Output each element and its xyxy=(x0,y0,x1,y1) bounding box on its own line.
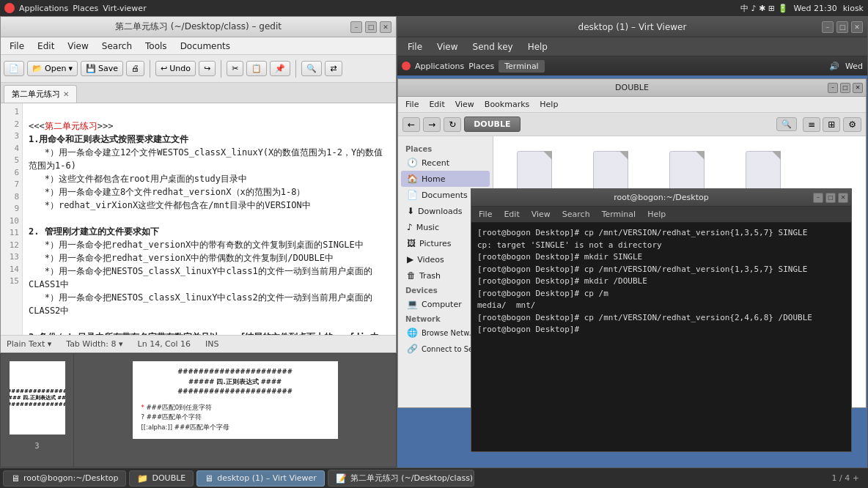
fm-titlebar: DOUBLE – □ ✕ xyxy=(398,79,866,97)
minimize-button[interactable]: – xyxy=(350,21,362,33)
system-bar: Applications Places Virt-viewer 中 ♪ ✱ ⊞ … xyxy=(0,0,868,16)
file-icon-redhat4 xyxy=(593,151,628,192)
term-close-button[interactable]: ✕ xyxy=(838,193,848,203)
fm-close-button[interactable]: ✕ xyxy=(853,83,863,93)
taskbar-terminal-icon: 🖥 xyxy=(11,473,20,484)
term-edit-menu[interactable]: Edit xyxy=(499,208,523,221)
virt-minimize-button[interactable]: – xyxy=(822,21,834,33)
virt-content: Applications Places Terminal 🔊 Wed DOUBL… xyxy=(397,56,867,468)
pdf-thumbnail-sidebar: ########################### 四.正则表达式 ####… xyxy=(1,354,74,467)
language-mode[interactable]: Plain Text ▾ xyxy=(7,339,51,349)
places-label[interactable]: Places xyxy=(73,4,98,13)
page-indicator: 1 / 4 + xyxy=(826,473,865,483)
paste-button[interactable]: 📌 xyxy=(270,61,290,76)
undo-icon: ↩ xyxy=(161,64,167,73)
file-menu[interactable]: File xyxy=(4,40,30,53)
pdf-thumbnail: ########################### 四.正则表达式 ####… xyxy=(10,361,65,435)
term-search-menu[interactable]: Search xyxy=(558,208,595,221)
insert-mode: INS xyxy=(205,339,218,349)
app-icon xyxy=(4,3,15,13)
fm-forward-button[interactable]: → xyxy=(423,117,441,132)
tab-close-button[interactable]: ✕ xyxy=(63,90,69,98)
guest-places-label[interactable]: Places xyxy=(468,62,494,71)
maximize-button[interactable]: □ xyxy=(365,21,377,33)
fm-maximize-button[interactable]: □ xyxy=(840,83,850,93)
view-menu[interactable]: View xyxy=(62,40,94,53)
sidebar-home[interactable]: 🏠Home xyxy=(401,171,490,187)
term-minimize-button[interactable]: – xyxy=(813,193,823,203)
cut-button[interactable]: ✂ xyxy=(227,61,243,76)
fm-reload-button[interactable]: ↻ xyxy=(444,117,461,132)
fm-file-menu[interactable]: File xyxy=(401,98,423,111)
tab-label: 第二单元练习 xyxy=(12,89,60,100)
fm-settings-button[interactable]: ⚙ xyxy=(843,117,861,132)
term-help-menu[interactable]: Help xyxy=(643,208,670,221)
virt-sendkey-menu[interactable]: Send key xyxy=(467,40,519,53)
virt-help-menu[interactable]: Help xyxy=(522,40,553,53)
taskbar-gedit[interactable]: 📝 第二单元练习 (~/Desktop/class) – ... xyxy=(328,470,474,487)
virt-view-menu[interactable]: View xyxy=(431,40,463,53)
term-view-menu[interactable]: View xyxy=(527,208,555,221)
taskbar-filemanager[interactable]: 📁 DOUBLE xyxy=(129,470,194,487)
gedit-tab-main[interactable]: 第二单元练习 ✕ xyxy=(4,85,77,103)
replace-button[interactable]: ⇄ xyxy=(325,61,342,76)
terminal-title: root@bogon:~/Desktop xyxy=(614,193,708,202)
taskbar-virt-icon: 🖥 xyxy=(205,473,213,484)
guest-datetime: Wed xyxy=(845,62,863,71)
guest-terminal-label[interactable]: Terminal xyxy=(499,60,545,73)
fm-back-button[interactable]: ← xyxy=(402,117,420,132)
tab-width[interactable]: Tab Width: 8 ▾ xyxy=(66,339,122,349)
fm-help-menu[interactable]: Help xyxy=(535,98,562,111)
gedit-content[interactable]: 123456789101112131415 <<<第二单元练习>>> 1.用命令… xyxy=(1,103,396,335)
term-line-3: [root@bogon Desktop]# mkdir SINGLE xyxy=(477,252,642,262)
taskbar-virt-label: desktop (1) – Virt Viewer xyxy=(217,473,317,483)
window-title-label[interactable]: Virt-viewer xyxy=(103,4,146,13)
find-button[interactable]: 🔍 xyxy=(301,61,322,76)
term-line-4: [root@bogon Desktop]# cp /mnt/VERSION/re… xyxy=(477,265,807,274)
copy-button[interactable]: 📋 xyxy=(246,61,267,76)
term-terminal-menu[interactable]: Terminal xyxy=(597,208,641,221)
fm-grid-view-button[interactable]: ⊞ xyxy=(823,117,840,132)
toolbar-separator-1 xyxy=(150,60,150,78)
save-button[interactable]: 💾 Save xyxy=(81,61,123,76)
fm-search-button[interactable]: 🔍 xyxy=(776,117,797,131)
close-button[interactable]: ✕ xyxy=(380,21,391,33)
documents-menu[interactable]: Documents xyxy=(174,40,236,53)
apps-label[interactable]: Applications xyxy=(19,4,68,13)
search-menu[interactable]: Search xyxy=(96,40,138,53)
terminal-body[interactable]: [root@bogon Desktop]# cp /mnt/VERSION/re… xyxy=(471,223,851,451)
sidebar-recent[interactable]: 🕐Recent xyxy=(401,155,490,171)
fm-titlebar-buttons: – □ ✕ xyxy=(828,83,863,93)
guest-apps-label[interactable]: Applications xyxy=(415,62,464,71)
open-button[interactable]: 📂 Open ▾ xyxy=(27,61,78,76)
term-line-2: cp: target 'SINGLE' is not a directory xyxy=(477,240,662,250)
fm-view-menu[interactable]: View xyxy=(451,98,479,111)
pdf-line-alpha: [[:alpha:]] ###匹配单个字母 xyxy=(141,423,329,433)
fm-edit-menu[interactable]: Edit xyxy=(424,98,449,111)
undo-button[interactable]: ↩ Undo xyxy=(155,61,196,76)
taskbar-terminal[interactable]: 🖥 root@bogon:~/Desktop xyxy=(3,470,126,487)
fm-path-button[interactable]: DOUBLE xyxy=(464,117,520,132)
gedit-menubar: File Edit View Search Tools Documents xyxy=(1,37,396,55)
new-button[interactable]: 📄 xyxy=(4,61,24,76)
fm-list-view-button[interactable]: ≡ xyxy=(803,117,820,132)
virt-file-menu[interactable]: File xyxy=(402,40,428,53)
redo-button[interactable]: ↪ xyxy=(199,61,216,76)
virt-close-button[interactable]: ✕ xyxy=(851,21,863,33)
taskbar: 🖥 root@bogon:~/Desktop 📁 DOUBLE 🖥 deskto… xyxy=(0,467,868,488)
fm-bookmarks-menu[interactable]: Bookmarks xyxy=(480,98,534,111)
term-file-menu[interactable]: File xyxy=(474,208,496,221)
documents-icon: 📄 xyxy=(407,190,418,200)
print-button[interactable]: 🖨 xyxy=(126,61,144,76)
fm-minimize-button[interactable]: – xyxy=(828,83,838,93)
tools-menu[interactable]: Tools xyxy=(139,40,173,53)
gedit-statusbar: Plain Text ▾ Tab Width: 8 ▾ Ln 14, Col 1… xyxy=(1,335,396,352)
term-line-1: [root@bogon Desktop]# cp /mnt/VERSION/re… xyxy=(477,228,807,237)
edit-menu[interactable]: Edit xyxy=(32,40,60,53)
code-editor[interactable]: <<<第二单元练习>>> 1.用命令和正则表达式按照要求建立文件 *）用一条命令… xyxy=(23,103,396,335)
virt-titlebar-buttons: – □ ✕ xyxy=(822,21,863,33)
terminal-window: root@bogon:~/Desktop – □ ✕ File Edit Vie… xyxy=(471,188,852,452)
term-maximize-button[interactable]: □ xyxy=(825,193,836,203)
virt-maximize-button[interactable]: □ xyxy=(836,21,848,33)
taskbar-virtviewer[interactable]: 🖥 desktop (1) – Virt Viewer xyxy=(196,470,325,487)
